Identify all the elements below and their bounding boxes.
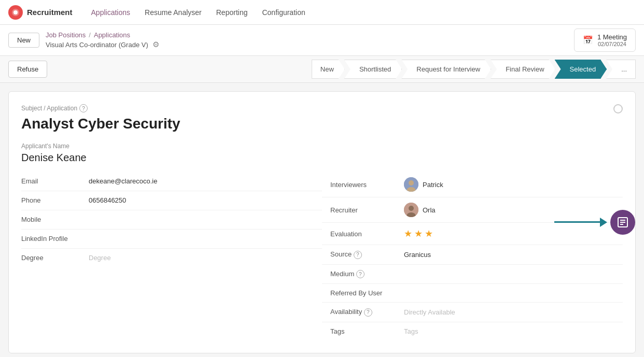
- field-degree: Degree Degree: [21, 249, 322, 267]
- linkedin-label: LinkedIn Profile: [21, 235, 89, 242]
- interviewers-value: Patrick: [404, 177, 443, 192]
- interviewers-label: Interviewers: [330, 181, 398, 189]
- star-2[interactable]: ★: [414, 228, 423, 239]
- form-grid: Email dekeane@clarecoco.ie Phone 0656846…: [21, 172, 623, 340]
- stage-selected[interactable]: Selected: [555, 60, 607, 79]
- recruiter-name: Orla: [423, 206, 436, 214]
- svg-point-3: [409, 180, 414, 185]
- field-availability: Availability ? Directly Available: [322, 303, 623, 322]
- email-label: Email: [21, 177, 89, 185]
- recruiter-value: Orla: [404, 203, 436, 217]
- status-bar: Refuse New Shortlisted Request for Inter…: [0, 56, 644, 83]
- radio-circle[interactable]: [613, 104, 623, 113]
- gear-icon[interactable]: ⚙: [152, 40, 159, 49]
- tags-value[interactable]: Tags: [404, 327, 418, 335]
- new-button[interactable]: New: [8, 33, 39, 48]
- form-left: Email dekeane@clarecoco.ie Phone 0656846…: [21, 172, 322, 340]
- application-title: Analyst Cyber Security: [21, 116, 623, 132]
- field-medium: Medium ?: [322, 265, 623, 284]
- avatar-orla: [404, 203, 418, 217]
- source-help-icon[interactable]: ?: [354, 251, 362, 259]
- phone-value[interactable]: 0656846250: [89, 196, 126, 204]
- field-referred-by: Referred By User: [322, 284, 623, 302]
- degree-label: Degree: [21, 254, 89, 262]
- stage-final-review[interactable]: Final Review: [491, 60, 555, 79]
- main-content: Subject / Application ? Analyst Cyber Se…: [0, 83, 644, 357]
- breadcrumb-bar: New Job Positions / Applications Visual …: [0, 25, 644, 56]
- top-nav: Recruitment Applications Resume Analyser…: [0, 0, 644, 25]
- degree-value[interactable]: Degree: [89, 254, 111, 262]
- brand: Recruitment: [8, 5, 73, 20]
- brand-name: Recruitment: [27, 8, 73, 17]
- field-source: Source ? Granicus: [322, 245, 623, 264]
- evaluation-value[interactable]: ★ ★ ★: [404, 228, 433, 239]
- breadcrumb-job-positions[interactable]: Job Positions: [46, 31, 86, 39]
- source-value: Granicus: [404, 251, 431, 259]
- subject-help-icon[interactable]: ?: [79, 104, 88, 112]
- svg-point-6: [409, 206, 414, 211]
- availability-label: Availability ?: [330, 308, 398, 317]
- applicant-name-label: Applicant's Name: [21, 142, 623, 150]
- stage-request-interview[interactable]: Request for Interview: [401, 60, 491, 79]
- star-3[interactable]: ★: [425, 228, 433, 239]
- medium-help-icon[interactable]: ?: [356, 270, 365, 278]
- availability-help-icon[interactable]: ?: [364, 308, 372, 317]
- phone-label: Phone: [21, 196, 89, 204]
- applicant-name: Denise Keane: [21, 152, 623, 164]
- field-email: Email dekeane@clarecoco.ie: [21, 172, 322, 191]
- tags-label: Tags: [330, 327, 398, 335]
- recruiter-label: Recruiter: [330, 206, 398, 214]
- field-linkedin: LinkedIn Profile: [21, 230, 322, 248]
- star-rating[interactable]: ★ ★ ★: [404, 228, 433, 239]
- arrow-indicator: [554, 221, 601, 223]
- meeting-date: 02/07/2024: [597, 41, 627, 47]
- referred-by-label: Referred By User: [330, 289, 398, 297]
- nav-menu: Applications Resume Analyser Reporting C…: [85, 5, 312, 20]
- breadcrumb-applications[interactable]: Applications: [94, 31, 130, 39]
- floating-area: [554, 210, 635, 235]
- breadcrumb-page-title: Visual Arts Co-ordinator (Grade V) ⚙: [46, 40, 159, 49]
- breadcrumb-separator: /: [89, 31, 91, 39]
- email-value[interactable]: dekeane@clarecoco.ie: [89, 177, 157, 185]
- subject-label: Subject / Application ?: [21, 104, 623, 112]
- stage-shortlisted[interactable]: Shortlisted: [344, 60, 402, 79]
- field-phone: Phone 0656846250: [21, 191, 322, 210]
- availability-value[interactable]: Directly Available: [404, 308, 455, 316]
- pipeline-stages: New Shortlisted Request for Interview Fi…: [312, 60, 636, 79]
- avatar-patrick: [404, 177, 418, 192]
- medium-label: Medium ?: [330, 270, 398, 279]
- stage-new[interactable]: New: [312, 60, 345, 79]
- nav-item-applications[interactable]: Applications: [85, 5, 137, 20]
- interviewer-name: Patrick: [423, 181, 443, 189]
- brand-icon: [8, 5, 23, 20]
- calendar-icon: 📅: [583, 35, 593, 45]
- field-mobile: Mobile: [21, 210, 322, 229]
- field-interviewers: Interviewers Patrick: [322, 172, 623, 197]
- field-tags: Tags Tags: [322, 322, 623, 340]
- meeting-label: 1 Meeting: [597, 33, 627, 41]
- svg-point-1: [13, 10, 18, 15]
- mobile-label: Mobile: [21, 216, 89, 223]
- page-title-text: Visual Arts Co-ordinator (Grade V): [46, 41, 148, 49]
- floating-action-button[interactable]: [610, 210, 635, 235]
- form-card: Subject / Application ? Analyst Cyber Se…: [8, 91, 636, 353]
- source-label: Source ?: [330, 250, 398, 259]
- nav-item-resume-analyser[interactable]: Resume Analyser: [138, 5, 208, 20]
- nav-item-configuration[interactable]: Configuration: [256, 5, 311, 20]
- stage-more[interactable]: ...: [606, 60, 636, 79]
- breadcrumb-info: Job Positions / Applications Visual Arts…: [46, 31, 159, 49]
- arrow-head: [600, 218, 607, 227]
- form-right: Interviewers Patrick: [322, 172, 623, 340]
- nav-item-reporting[interactable]: Reporting: [210, 5, 254, 20]
- breadcrumb-path: Job Positions / Applications: [46, 31, 159, 39]
- meeting-button[interactable]: 📅 1 Meeting 02/07/2024: [574, 28, 636, 52]
- star-1[interactable]: ★: [404, 228, 412, 239]
- breadcrumb-left: New Job Positions / Applications Visual …: [8, 31, 159, 49]
- arrow-line: [554, 221, 601, 223]
- meeting-info: 1 Meeting 02/07/2024: [597, 33, 627, 47]
- evaluation-label: Evaluation: [330, 230, 398, 238]
- refuse-button[interactable]: Refuse: [8, 61, 47, 78]
